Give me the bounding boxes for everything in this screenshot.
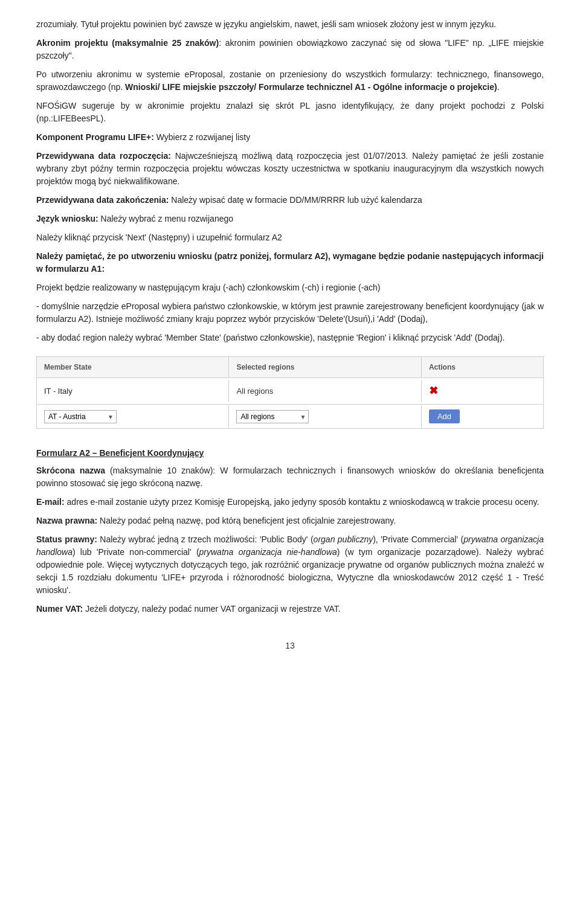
para10-bold-text: Należy pamiętać, że po utworzeniu wniosk…: [36, 251, 544, 274]
paragraph-9: Należy kliknąć przycisk 'Next' (Następny…: [36, 231, 544, 244]
italy-member-state-text: IT - Italy: [44, 387, 72, 396]
section2-para4-bold: Status prawny:: [36, 534, 97, 544]
header-actions: Actions: [422, 357, 543, 377]
para7-rest-text: Należy wpisać datę w formacie DD/MM/RRRR…: [169, 195, 422, 205]
austria-member-state-cell: AT - Austria BE - Belgium BG - Bulgaria …: [37, 405, 229, 428]
para6-bold-text: Przewidywana data rozpoczęcia:: [36, 151, 171, 161]
table-header-row: Member State Selected regions Actions: [37, 357, 543, 378]
table-row-austria: AT - Austria BE - Belgium BG - Bulgaria …: [37, 405, 543, 428]
para8-rest-text: Należy wybrać z menu rozwijanego: [98, 214, 233, 223]
paragraph-8: Język wniosku: Należy wybrać z menu rozw…: [36, 213, 544, 225]
austria-member-state-select[interactable]: AT - Austria BE - Belgium BG - Bulgaria …: [44, 410, 117, 423]
italy-actions-cell: ✖: [422, 378, 543, 404]
delete-italy-icon[interactable]: ✖: [429, 385, 438, 397]
para2-bold-text: Akronim projektu (maksymalnie 25 znaków): [36, 38, 219, 48]
section2-paragraph-4: Status prawny: Należy wybrać jedną z trz…: [36, 533, 544, 597]
paragraph-1: zrozumiały. Tytuł projektu powinien być …: [36, 18, 544, 31]
section2-paragraph-1: Skrócona nazwa (maksymalnie 10 znaków): …: [36, 464, 544, 490]
section2-para1-bold: Skrócona nazwa: [36, 466, 105, 475]
table-row-italy: IT - Italy All regions ✖: [37, 378, 543, 405]
para3-rest-text: .: [497, 82, 500, 92]
section2-para4-italic1: organ publiczny: [314, 534, 373, 544]
austria-regions-cell: All regions North South East West ▼: [229, 405, 421, 428]
header-selected-regions: Selected regions: [229, 357, 421, 377]
section2-para2-bold: E-mail:: [36, 497, 65, 507]
section2-container: Formularz A2 – Beneficjent Koordynujący …: [36, 447, 544, 615]
austria-regions-select-wrapper: All regions North South East West ▼: [236, 410, 309, 423]
para7-bold-text: Przewidywana data zakończenia:: [36, 195, 169, 205]
para5-bold-text: Komponent Programu LIFE+:: [36, 132, 154, 142]
section2-para4-italic3: prywatna organizacja nie-handlowa: [199, 547, 337, 557]
para8-bold-text: Język wniosku:: [36, 214, 98, 223]
section2-para1-rest: (maksymalnie 10 znaków): W formularzach …: [36, 466, 544, 488]
section2-heading: Formularz A2 – Beneficjent Koordynujący: [36, 447, 544, 460]
section2-paragraph-3: Nazwa prawna: Należy podać pełną nazwę, …: [36, 515, 544, 527]
section2-para2-rest: adres e-mail zostanie użyty przez Komisj…: [65, 497, 540, 507]
paragraph-2: Akronim projektu (maksymalnie 25 znaków)…: [36, 37, 544, 62]
austria-regions-select[interactable]: All regions North South East West: [236, 410, 309, 423]
section2-para5-bold: Numer VAT:: [36, 604, 83, 614]
austria-member-state-select-wrapper: AT - Austria BE - Belgium BG - Bulgaria …: [44, 410, 117, 423]
section2-para5-rest: Jeżeli dotyczy, należy podać numer VAT o…: [83, 604, 340, 614]
section2-paragraph-2: E-mail: adres e-mail zostanie użyty prze…: [36, 496, 544, 509]
paragraph-13: - aby dodać region należy wybrać 'Member…: [36, 332, 544, 344]
paragraph-3: Po utworzeniu akronimu w systemie ePropo…: [36, 68, 544, 94]
paragraph-7: Przewidywana data zakończenia: Należy wp…: [36, 194, 544, 207]
para3-bold-text: Wnioski/ LIFE miejskie pszczoły/ Formula…: [125, 82, 497, 92]
italy-member-state-cell: IT - Italy: [37, 380, 229, 402]
section2-para3-bold: Nazwa prawna:: [36, 516, 97, 525]
header-member-state: Member State: [37, 357, 229, 377]
paragraph-5: Komponent Programu LIFE+: Wybierz z rozw…: [36, 131, 544, 144]
italy-regions-cell: All regions: [229, 380, 421, 402]
paragraph-10: Należy pamiętać, że po utworzeniu wniosk…: [36, 250, 544, 275]
austria-actions-cell: Add: [422, 405, 543, 428]
italy-regions-text: All regions: [236, 387, 273, 396]
section2-paragraph-5: Numer VAT: Jeżeli dotyczy, należy podać …: [36, 603, 544, 615]
member-state-table: Member State Selected regions Actions IT…: [36, 356, 544, 429]
section2-para3-rest: Należy podać pełną nazwę, pod którą bene…: [97, 516, 396, 525]
paragraph-4: NFOŚiGW sugeruje by w akronimie projektu…: [36, 100, 544, 125]
paragraph-11: Projekt będzie realizowany w następujący…: [36, 281, 544, 294]
para5-rest-text: Wybierz z rozwijanej listy: [154, 132, 250, 142]
add-austria-button[interactable]: Add: [429, 409, 460, 423]
page-number: 13: [36, 640, 544, 652]
paragraph-12: - domyślnie narzędzie eProposal wybiera …: [36, 300, 544, 326]
paragraph-6: Przewidywana data rozpoczęcia: Najwcześn…: [36, 150, 544, 188]
